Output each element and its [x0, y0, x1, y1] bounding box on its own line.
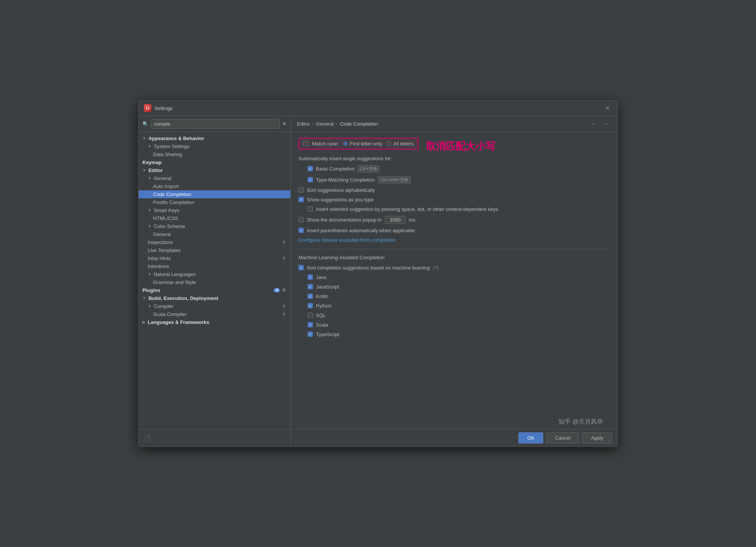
- breadcrumb-code-completion: Code Completion: [340, 121, 378, 127]
- match-case-checkbox[interactable]: [303, 141, 308, 146]
- doc-popup-label-after: ms: [409, 217, 415, 223]
- radio-all-letters[interactable]: All letters: [386, 141, 413, 147]
- apply-button[interactable]: Apply: [582, 432, 612, 443]
- match-case-wrapper: Match case: First letter only All letter…: [298, 138, 610, 155]
- chevron-icon: ▼: [148, 224, 152, 228]
- sidebar: 🔍 ✕ ▼ Appearance & Behavior ▼ System Set…: [139, 116, 291, 447]
- sidebar-item-keymap[interactable]: Keymap: [139, 158, 290, 166]
- typescript-row: TypeScript: [298, 331, 610, 338]
- sidebar-item-data-sharing[interactable]: Data Sharing: [139, 150, 290, 158]
- sort-alphabetically-checkbox[interactable]: [298, 187, 304, 193]
- radio-all-letters-label: All letters: [393, 141, 413, 147]
- scala-row: Scala: [298, 321, 610, 329]
- ml-section-title: Machine Learning-Assisted Completion: [298, 255, 610, 260]
- sidebar-item-intentions[interactable]: Intentions: [139, 262, 290, 270]
- radio-dot-all: [386, 141, 391, 146]
- sidebar-item-code-completion[interactable]: Code Completion: [139, 190, 290, 198]
- search-clear-button[interactable]: ✕: [282, 121, 287, 127]
- sidebar-item-languages-frameworks[interactable]: ▶ Languages & Frameworks: [139, 318, 290, 326]
- type-matching-label: Type-Matching Completion: [316, 177, 375, 183]
- sidebar-item-color-scheme[interactable]: ▼ Color Scheme: [139, 222, 290, 230]
- sidebar-item-general[interactable]: ▼ General: [139, 174, 290, 182]
- sidebar-item-natural-languages[interactable]: ▼ Natural Languages: [139, 270, 290, 278]
- match-case-row: Match case: First letter only All letter…: [298, 138, 418, 150]
- sidebar-item-scala-compiler[interactable]: Scala Compiler ⚙: [139, 310, 290, 318]
- type-matching-checkbox[interactable]: [308, 177, 313, 182]
- cancel-button[interactable]: Cancel: [546, 432, 579, 443]
- sidebar-item-system-settings[interactable]: ▼ System Settings: [139, 142, 290, 150]
- radio-first-letter[interactable]: First letter only: [343, 141, 382, 147]
- sql-label: SQL: [316, 313, 326, 318]
- sidebar-item-live-templates[interactable]: Live Templates: [139, 246, 290, 254]
- sidebar-item-appearance[interactable]: ▼ Appearance & Behavior: [139, 134, 290, 142]
- sidebar-item-grammar-style[interactable]: Grammar and Style: [139, 278, 290, 286]
- sidebar-item-color-general[interactable]: General: [139, 230, 290, 238]
- doc-popup-input[interactable]: [385, 216, 406, 224]
- sidebar-item-build-exec-deploy[interactable]: ▼ Build, Execution, Deployment: [139, 294, 290, 302]
- sort-ml-label: Sort completion suggestions based on mac…: [307, 265, 430, 271]
- radio-dot-first: [343, 141, 348, 146]
- auto-insert-label: Automatically insert single suggestions …: [298, 156, 392, 161]
- java-checkbox[interactable]: [308, 274, 313, 280]
- javascript-row: JavaScript: [298, 283, 610, 290]
- sidebar-item-compiler[interactable]: ▼ Compiler ⚙: [139, 302, 290, 310]
- insert-parens-checkbox[interactable]: [298, 228, 304, 233]
- sidebar-item-html-css[interactable]: HTML/CSS: [139, 214, 290, 222]
- sidebar-item-postfix-completion[interactable]: Postfix Completion: [139, 198, 290, 206]
- python-checkbox[interactable]: [308, 303, 313, 308]
- nav-forward-button[interactable]: →: [601, 120, 611, 128]
- search-input[interactable]: [151, 119, 280, 129]
- sidebar-item-editor[interactable]: ▼ Editor: [139, 166, 290, 174]
- title-bar-left: IJ Settings: [144, 104, 172, 112]
- kotlin-checkbox[interactable]: [308, 293, 313, 299]
- scala-checkbox[interactable]: [308, 322, 313, 327]
- basic-completion-checkbox[interactable]: [308, 166, 313, 171]
- sort-alphabetically-label: Sort suggestions alphabetically: [307, 187, 375, 193]
- action-buttons: OK Cancel Apply: [518, 432, 612, 443]
- ok-button[interactable]: OK: [518, 432, 543, 443]
- chevron-icon: ▶: [142, 320, 145, 324]
- configure-link-row: Configure classes excluded from completi…: [298, 236, 610, 244]
- settings-icon: ⚙: [281, 287, 287, 293]
- main-content: 🔍 ✕ ▼ Appearance & Behavior ▼ System Set…: [139, 116, 617, 447]
- settings-dialog: IJ Settings ✕ 🔍 ✕ ▼ Appearance & Behavio…: [138, 100, 618, 447]
- plugins-badge: 4: [274, 288, 280, 292]
- auto-insert-label-row: Automatically insert single suggestions …: [298, 155, 610, 162]
- type-matching-row: Type-Matching Completion Ctrl+Shift+空格: [298, 175, 610, 184]
- doc-popup-checkbox[interactable]: [298, 217, 304, 222]
- chevron-icon: ▼: [148, 144, 152, 148]
- radio-first-letter-label: First letter only: [350, 141, 382, 147]
- sort-ml-checkbox[interactable]: [298, 265, 304, 270]
- sidebar-item-inlay-hints[interactable]: Inlay Hints ⚙: [139, 254, 290, 262]
- chevron-icon: ▼: [148, 272, 152, 276]
- show-suggestions-checkbox[interactable]: [298, 197, 304, 202]
- kotlin-label: Kotlin: [316, 293, 329, 299]
- sidebar-item-auto-import[interactable]: Auto Import: [139, 182, 290, 190]
- help-icon[interactable]: (?): [433, 265, 439, 271]
- typescript-checkbox[interactable]: [308, 332, 313, 337]
- radio-group: First letter only All letters: [343, 141, 414, 147]
- close-button[interactable]: ✕: [603, 104, 612, 113]
- javascript-checkbox[interactable]: [308, 284, 313, 289]
- configure-classes-link[interactable]: Configure classes excluded from completi…: [298, 237, 396, 243]
- java-row: Java: [298, 274, 610, 281]
- help-button[interactable]: ?: [145, 434, 152, 442]
- javascript-label: JavaScript: [316, 284, 339, 290]
- sidebar-item-inspections[interactable]: Inspections ⚙: [139, 238, 290, 246]
- sidebar-item-smart-keys[interactable]: ▼ Smart Keys: [139, 206, 290, 214]
- python-label: Python: [316, 303, 331, 309]
- nav-buttons: ← →: [589, 120, 611, 128]
- main-panel: Editor › General › Code Completion ← → M…: [291, 116, 617, 447]
- sidebar-tree: ▼ Appearance & Behavior ▼ System Setting…: [139, 132, 290, 429]
- show-suggestions-label: Show suggestions as you type: [307, 197, 374, 203]
- settings-icon: ⚙: [281, 303, 287, 309]
- insert-selected-label: Insert selected suggestion by pressing s…: [316, 206, 498, 212]
- nav-back-button[interactable]: ←: [589, 120, 599, 128]
- settings-icon: ⚙: [281, 239, 287, 245]
- chevron-icon: ▼: [142, 296, 146, 300]
- sql-checkbox[interactable]: [308, 313, 313, 318]
- breadcrumb-editor: Editor: [297, 121, 310, 127]
- type-matching-shortcut: Ctrl+Shift+空格: [378, 176, 411, 183]
- insert-selected-checkbox[interactable]: [308, 206, 313, 212]
- sidebar-item-plugins[interactable]: Plugins 4 ⚙: [139, 286, 290, 294]
